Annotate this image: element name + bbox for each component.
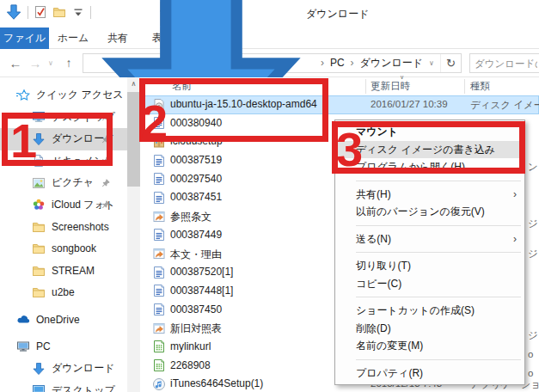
toolbar-separator: [28, 6, 28, 19]
file-name: 000387449: [170, 229, 222, 241]
doc-arrow-icon: [152, 210, 166, 224]
search-box: [469, 53, 539, 73]
sidebar-item-onedrive[interactable]: OneDrive: [0, 309, 127, 331]
sidebar-item-desktop[interactable]: デスクトップ: [0, 107, 127, 129]
search-input[interactable]: [470, 54, 539, 72]
sidebar-item-u2be[interactable]: u2be: [0, 282, 127, 304]
pin-icon: [101, 112, 111, 122]
submenu-arrow-icon: ›: [513, 230, 517, 248]
file-date: 2016/01/27 10:39: [371, 99, 448, 109]
column-header-name[interactable]: 名前: [172, 80, 192, 93]
toolbar-dropdown-icon[interactable]: [71, 5, 85, 19]
tab-file[interactable]: ファイル: [0, 28, 49, 49]
sidebar-item-label: Screenshots: [52, 221, 109, 233]
file-row[interactable]: ubuntu-ja-15.10-desktop-amd642016/01/27 …: [140, 95, 539, 114]
sidebar-item-stream[interactable]: STREAM: [0, 260, 127, 282]
context-menu-item[interactable]: 名前の変更(M): [335, 337, 524, 355]
scroll-up-icon[interactable]: ∧: [127, 77, 140, 90]
sidebar-item-documents[interactable]: ドキュメント: [0, 150, 127, 173]
scrollbar-thumb[interactable]: [127, 92, 140, 187]
writer-doc-icon: [152, 284, 166, 297]
breadcrumb-item[interactable]: ダウンロード: [360, 57, 423, 69]
file-name: 本文・理由: [170, 248, 222, 262]
new-folder-icon[interactable]: [52, 5, 66, 19]
sidebar-item-screenshots[interactable]: Screenshots: [0, 216, 127, 238]
sidebar-item-label: デスクトップ: [52, 383, 115, 392]
file-name: 000387520[1]: [170, 266, 233, 278]
quick-access-toolbar: [5, 3, 91, 21]
download-arrow-icon: [32, 362, 46, 376]
window-title: ダウンロード: [306, 7, 369, 21]
sidebar-item-pc[interactable]: PC: [0, 336, 127, 358]
address-dropdown-icon[interactable]: ∨: [423, 59, 440, 67]
properties-check-icon[interactable]: [34, 5, 47, 19]
sidebar-item-label: STREAM: [52, 265, 95, 277]
calc-doc-icon: [152, 340, 166, 353]
context-menu-item[interactable]: マウント: [335, 123, 524, 141]
sidebar-item-label: クイック アクセス: [36, 88, 124, 102]
sidebar-item-quick-access[interactable]: クイック アクセス: [0, 84, 127, 107]
sidebar-item-pictures[interactable]: ピクチャ: [0, 172, 127, 194]
context-menu-item[interactable]: 切り取り(T): [335, 257, 524, 275]
download-arrow-icon[interactable]: [5, 3, 22, 21]
context-menu-item[interactable]: 削除(D): [335, 320, 524, 338]
context-menu-separator: [335, 248, 524, 257]
sidebar-item-songbook[interactable]: songbook: [0, 238, 127, 260]
column-header-date[interactable]: 更新日時: [371, 80, 410, 93]
package-icon: [152, 135, 166, 149]
onedrive-icon: [16, 313, 30, 327]
desktop-icon: [32, 110, 46, 124]
pc-icon: [16, 340, 30, 353]
file-type: ディスク イメージ: [470, 99, 539, 112]
recent-locations-chevron-icon[interactable]: ∨: [45, 49, 57, 77]
sidebar-item-label: u2be: [52, 286, 75, 298]
context-menu-item-label: マウント: [356, 126, 398, 138]
sidebar-item-label: ピクチャ: [52, 175, 94, 190]
forward-button[interactable]: →: [26, 49, 45, 77]
refresh-icon[interactable]: ↻: [440, 54, 461, 72]
context-menu-item-label: 削除(D): [356, 322, 391, 334]
sidebar-item-label: OneDrive: [36, 314, 80, 326]
context-menu-item[interactable]: 共有(H)›: [335, 186, 524, 204]
up-button[interactable]: ↑: [58, 49, 79, 77]
column-header-type[interactable]: 種類: [470, 80, 490, 93]
column-divider[interactable]: [464, 79, 465, 94]
sidebar-item-icloud-photos[interactable]: iCloud フォト: [0, 194, 127, 217]
context-menu-item-label: 共有(H): [356, 188, 391, 200]
context-menu-separator: [335, 292, 524, 302]
breadcrumb-item[interactable]: PC: [330, 57, 345, 69]
file-name: 000387450: [170, 303, 222, 315]
context-menu-item[interactable]: 送る(N)›: [335, 230, 524, 248]
writer-doc-icon: [152, 191, 166, 205]
context-menu-item-label: 切り取り(T): [356, 260, 411, 272]
sidebar-item-pc-desktop[interactable]: デスクトップ: [0, 380, 127, 392]
clipped-type-text: ン: [528, 161, 538, 174]
context-menu-item-label: ディスク イメージの書き込み: [356, 144, 495, 156]
folder-icon: [32, 264, 46, 278]
address-field[interactable]: ›PC›ダウンロード ∨ ↻: [83, 53, 462, 73]
context-menu-item[interactable]: ディスク イメージの書き込み: [335, 141, 524, 159]
context-menu-item-label: 名前の変更(M): [356, 340, 423, 352]
sidebar-item-downloads[interactable]: ダウンロード: [0, 128, 127, 150]
column-divider[interactable]: [365, 79, 366, 94]
column-headers: 名前 更新日時 ∨ 種類: [140, 77, 539, 95]
doc-arrow-icon: [152, 247, 166, 260]
context-menu-item[interactable]: 以前のバージョンの復元(V): [335, 203, 524, 221]
sidebar-scrollbar[interactable]: ∧: [127, 77, 140, 392]
breadcrumb-separator-icon: ›: [351, 57, 354, 69]
context-menu-item[interactable]: コピー(C): [335, 275, 524, 293]
icloud-photos-icon: [32, 198, 46, 211]
itunes-icon: [152, 377, 166, 391]
context-menu-item[interactable]: プロパティ(R): [335, 364, 524, 383]
sidebar-item-pc-downloads[interactable]: ダウンロード: [0, 358, 127, 380]
context-menu-item[interactable]: ショートカットの作成(S): [335, 302, 524, 320]
file-name: icloudsetup: [170, 135, 223, 147]
back-button[interactable]: ←: [5, 49, 26, 77]
doc-arrow-icon: [152, 322, 166, 335]
breadcrumb-separator-icon: ›: [321, 57, 324, 69]
writer-doc-icon: [152, 172, 166, 186]
context-menu-item[interactable]: プログラムから開く(H): [335, 158, 524, 176]
writer-doc-icon: [152, 116, 166, 130]
folder-icon: [32, 242, 46, 255]
quick-access-icon: [16, 89, 30, 102]
